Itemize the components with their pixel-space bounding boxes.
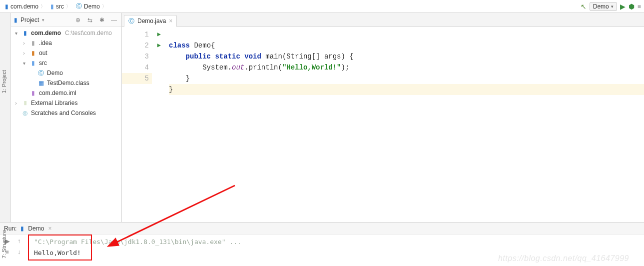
project-panel-title: Project xyxy=(20,16,39,24)
breadcrumb-item-module[interactable]: ▮ com.demo 〉 xyxy=(3,2,47,11)
breadcrumb-label: com.demo xyxy=(10,3,38,10)
editor-tab-demo[interactable]: Ⓒ Demo.java × xyxy=(124,15,177,27)
tree-label: .idea xyxy=(39,40,52,46)
iml-file-icon: ▮ xyxy=(29,90,37,96)
library-icon: ⫴ xyxy=(21,100,29,106)
tree-node-out[interactable]: › ▮ out xyxy=(11,48,121,58)
module-icon: ▮ xyxy=(5,3,8,10)
down-icon[interactable]: ↓ xyxy=(15,248,23,256)
locate-button[interactable]: ⊕ xyxy=(73,16,82,24)
line-number: 5 xyxy=(145,73,149,84)
close-icon[interactable]: × xyxy=(169,18,172,24)
tree-node-scratches[interactable]: ◎ Scratches and Consoles xyxy=(11,108,121,118)
chevron-down-icon: ▾ xyxy=(611,4,614,9)
tree-node-src[interactable]: ▾ ▮ src xyxy=(11,58,121,68)
chevron-right-icon: 〉 xyxy=(66,3,71,10)
compiled-class-icon: ▦ xyxy=(37,80,45,86)
tree-node-external-libraries[interactable]: › ⫴ External Libraries xyxy=(11,98,121,108)
scratches-icon: ◎ xyxy=(21,110,29,116)
breadcrumb-item-class[interactable]: Ⓒ Demo 〉 xyxy=(74,1,109,12)
run-config-dropdown[interactable]: Demo ▾ xyxy=(590,2,617,11)
debug-button[interactable]: ⬢ xyxy=(629,2,635,10)
folder-icon: ▮ xyxy=(29,40,37,46)
tree-hint: C:\test\com.demo xyxy=(65,30,112,36)
run-line-marker-icon[interactable]: ▶ xyxy=(157,40,161,51)
stop-button[interactable]: ■ xyxy=(638,3,641,10)
chevron-right-icon[interactable]: › xyxy=(21,40,27,46)
tree-node-testdemo-class[interactable]: ▦ TestDemo.class xyxy=(11,78,121,88)
tree-node-iml[interactable]: ▮ com.demo.iml xyxy=(11,88,121,98)
up-icon[interactable]: ↑ xyxy=(15,238,23,244)
console-command-line: "C:\Program Files\Java\jdk1.8.0_131\bin\… xyxy=(34,238,241,246)
chevron-down-icon[interactable]: ▾ xyxy=(13,30,19,36)
console-output[interactable]: "C:\Program Files\Java\jdk1.8.0_131\bin\… xyxy=(30,234,644,266)
line-number: 1 xyxy=(145,29,149,40)
chevron-right-icon[interactable]: › xyxy=(13,100,19,106)
editor-gutter[interactable]: 1▶ 2▶ 3 4 5 xyxy=(122,27,152,222)
chevron-down-icon[interactable]: ▾ xyxy=(42,18,44,22)
class-icon: Ⓒ xyxy=(128,17,134,26)
tree-node-module[interactable]: ▾ ▮ com.demo C:\test\com.demo xyxy=(11,28,121,38)
class-icon: Ⓒ xyxy=(37,69,45,78)
settings-gear-icon[interactable]: ✱ xyxy=(97,16,106,24)
chevron-right-icon[interactable]: › xyxy=(21,50,27,56)
breadcrumb: ▮ com.demo 〉 ▮ src 〉 Ⓒ Demo 〉 xyxy=(3,1,581,12)
project-tree[interactable]: ▾ ▮ com.demo C:\test\com.demo › ▮ .idea … xyxy=(11,27,121,222)
source-code[interactable]: class Demo{ public static void main(Stri… xyxy=(164,27,644,222)
build-button[interactable]: ↖ xyxy=(581,2,587,10)
hide-panel-button[interactable]: — xyxy=(109,16,118,24)
expand-all-button[interactable]: ⇆ xyxy=(85,16,94,24)
line-number: 3 xyxy=(145,51,149,62)
tree-label: External Libraries xyxy=(31,100,77,106)
module-icon: ▮ xyxy=(21,30,29,36)
tree-label: com.demo xyxy=(31,30,61,36)
run-line-marker-icon[interactable]: ▶ xyxy=(157,29,161,40)
editor-tab-label: Demo.java xyxy=(137,18,166,24)
tree-node-idea[interactable]: › ▮ .idea xyxy=(11,38,121,48)
run-config-icon: ▮ xyxy=(20,225,24,232)
structure-toolwindow-tab[interactable]: 7: Structure xyxy=(0,228,11,236)
tree-label: com.demo.iml xyxy=(39,90,76,96)
project-view-icon: ▮ xyxy=(14,16,17,24)
tree-label: Scratches and Consoles xyxy=(31,110,96,116)
class-icon: Ⓒ xyxy=(76,2,82,10)
line-number: 4 xyxy=(145,62,149,73)
run-toolwindow-tab-label[interactable]: Demo xyxy=(28,225,44,232)
tree-label: out xyxy=(39,50,47,56)
tree-node-demo-class[interactable]: Ⓒ Demo xyxy=(11,68,121,78)
console-output-line: Hello,World! xyxy=(34,249,81,256)
project-panel-header: ▮ Project ▾ ⊕ ⇆ ✱ — xyxy=(11,13,121,27)
breadcrumb-label: Demo xyxy=(84,3,100,10)
code-editor[interactable]: 1▶ 2▶ 3 4 5 class Demo{ public static vo… xyxy=(122,27,644,222)
folder-icon: ▮ xyxy=(50,3,54,10)
chevron-right-icon: 〉 xyxy=(40,3,45,10)
breadcrumb-label: src xyxy=(56,3,64,10)
project-toolwindow-tab[interactable]: 1: Project xyxy=(0,68,11,76)
tree-label: Demo xyxy=(47,70,63,76)
source-folder-icon: ▮ xyxy=(29,60,37,66)
line-number: 2 xyxy=(145,40,149,51)
run-button[interactable]: ▶ xyxy=(620,2,626,10)
chevron-right-icon: 〉 xyxy=(102,3,107,10)
editor-tabs: Ⓒ Demo.java × xyxy=(122,13,644,27)
breadcrumb-item-src[interactable]: ▮ src 〉 xyxy=(48,2,73,11)
run-toolwindow: Run: ▮ Demo × ▶ ↑ ■ ↓ "C:\Program Files\… xyxy=(0,222,644,266)
left-toolwindow-stripe: 1: Project 7: Structure xyxy=(0,13,11,222)
folder-icon: ▮ xyxy=(29,50,37,56)
close-icon[interactable]: × xyxy=(48,225,51,232)
run-config-label: Demo xyxy=(593,3,609,10)
chevron-down-icon[interactable]: ▾ xyxy=(21,60,27,66)
tree-label: TestDemo.class xyxy=(47,80,89,86)
tree-label: src xyxy=(39,60,47,66)
